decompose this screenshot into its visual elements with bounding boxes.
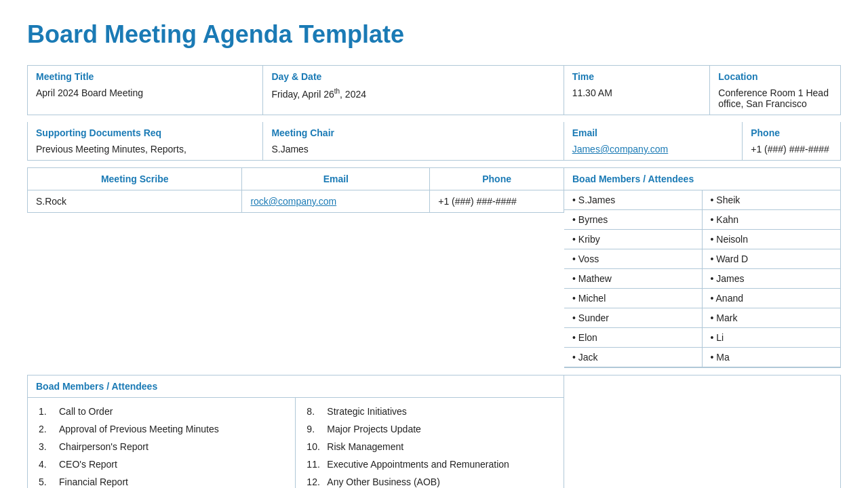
attendee-cell: • Ward D <box>703 249 841 269</box>
attendee-cell: • Li <box>703 328 841 348</box>
time-cell: Time 11.30 AM <box>564 66 711 115</box>
agenda-header: Boad Members / Attendees <box>28 375 564 398</box>
attendees-side-panel: Boad Members / Attendees • S.James• Shei… <box>564 167 841 368</box>
scribe-attendees-wrapper: Meeting Scribe Email Phone S.Rock rock@c… <box>27 167 841 368</box>
attendee-cell: • James <box>703 269 841 289</box>
location-cell: Location Conference Room 1 Head office, … <box>710 66 840 115</box>
day-date-cell: Day & Date Friday, April 26th, 2024 <box>263 66 564 115</box>
attendee-cell: • Anand <box>703 289 841 308</box>
scribe-name-header: Meeting Scribe <box>28 168 242 190</box>
agenda-section: Boad Members / Attendees 1.Call to Order… <box>28 375 564 488</box>
chair-cell: Meeting Chair S.James <box>263 122 564 160</box>
email-label: Email <box>572 127 734 138</box>
attendees-side-header: Boad Members / Attendees <box>564 168 840 190</box>
supdoc-cell: Supporting Documents Req Previous Meetin… <box>28 122 263 160</box>
agenda-item: 1.Call to Order <box>39 406 284 417</box>
info-row-1: Meeting Title April 2024 Board Meeting D… <box>27 65 841 115</box>
attendee-cell: • Jack <box>564 348 703 367</box>
phone-label: Phone <box>751 127 832 138</box>
time-value: 11.30 AM <box>572 87 702 98</box>
attendee-cell: • S.James <box>564 190 703 210</box>
agenda-item: 12.Any Other Business (AOB) <box>307 476 552 487</box>
scribe-name-value: S.Rock <box>28 190 242 213</box>
scribe-phone-value: +1 (###) ###-#### <box>430 190 564 213</box>
attendee-cell: • Ma <box>703 348 841 367</box>
attendee-cell: • Sunder <box>564 308 703 328</box>
agenda-item: 4.CEO's Report <box>39 459 284 470</box>
info-row-2: Supporting Documents Req Previous Meetin… <box>27 122 841 161</box>
attendees-grid: • S.James• Sheik• Byrnes• Kahn• Kriby• N… <box>564 190 840 367</box>
attendee-cell: • Mathew <box>564 269 703 289</box>
attendee-cell: • Byrnes <box>564 210 703 230</box>
attendee-cell: • Neisoln <box>703 230 841 249</box>
agenda-item: 10.Risk Management <box>307 441 552 452</box>
supdoc-value: Previous Meeting Minutes, Reports, <box>36 144 254 155</box>
agenda-item: 5.Financial Report <box>39 476 284 487</box>
agenda-item: 11.Executive Appointments and Remunerati… <box>307 459 552 470</box>
agenda-col-left: 1.Call to Order2.Approval of Previous Me… <box>28 398 296 488</box>
scribe-table: Meeting Scribe Email Phone S.Rock rock@c… <box>27 167 564 213</box>
location-value: Conference Room 1 Head office, San Franc… <box>718 87 832 109</box>
agenda-right-placeholder <box>564 375 840 488</box>
chair-email-link[interactable]: James@company.com <box>572 144 669 155</box>
agenda-wrapper: Boad Members / Attendees 1.Call to Order… <box>27 375 841 488</box>
scribe-section: Meeting Scribe Email Phone S.Rock rock@c… <box>27 167 564 368</box>
supdoc-label: Supporting Documents Req <box>36 127 254 138</box>
attendee-cell: • Kahn <box>703 210 841 230</box>
agenda-item: 8.Strategic Initiatives <box>307 406 552 417</box>
chair-phone-value: +1 (###) ###-#### <box>751 144 832 155</box>
agenda-item: 2.Approval of Previous Meeting Minutes <box>39 424 284 434</box>
attendee-cell: • Voss <box>564 249 703 269</box>
location-label: Location <box>718 71 832 82</box>
attendee-cell: • Elon <box>564 328 703 348</box>
agenda-item: 3.Chairperson's Report <box>39 441 284 452</box>
agenda-item: 9.Major Projects Update <box>307 424 552 434</box>
chair-phone-cell: Phone +1 (###) ###-#### <box>743 122 840 160</box>
chair-value: S.James <box>271 144 555 155</box>
scribe-email-header: Email <box>242 168 430 190</box>
chair-email-cell: Email James@company.com <box>564 122 743 160</box>
page-title: Board Meeting Agenda Template <box>27 20 841 49</box>
day-date-label: Day & Date <box>271 71 555 82</box>
attendee-cell: • Michel <box>564 289 703 308</box>
meeting-title-cell: Meeting Title April 2024 Board Meeting <box>28 66 263 115</box>
meeting-title-value: April 2024 Board Meeting <box>36 87 254 98</box>
day-date-value: Friday, April 26th, 2024 <box>271 87 555 100</box>
agenda-col-right: 8.Strategic Initiatives9.Major Projects … <box>296 398 563 488</box>
meeting-title-label: Meeting Title <box>36 71 254 82</box>
scribe-email-value: rock@company.com <box>242 190 430 213</box>
agenda-body: 1.Call to Order2.Approval of Previous Me… <box>28 398 564 488</box>
chair-label: Meeting Chair <box>271 127 555 138</box>
attendee-cell: • Kriby <box>564 230 703 249</box>
time-label: Time <box>572 71 702 82</box>
scribe-phone-header: Phone <box>430 168 564 190</box>
attendee-cell: • Sheik <box>703 190 841 210</box>
attendee-cell: • Mark <box>703 308 841 328</box>
